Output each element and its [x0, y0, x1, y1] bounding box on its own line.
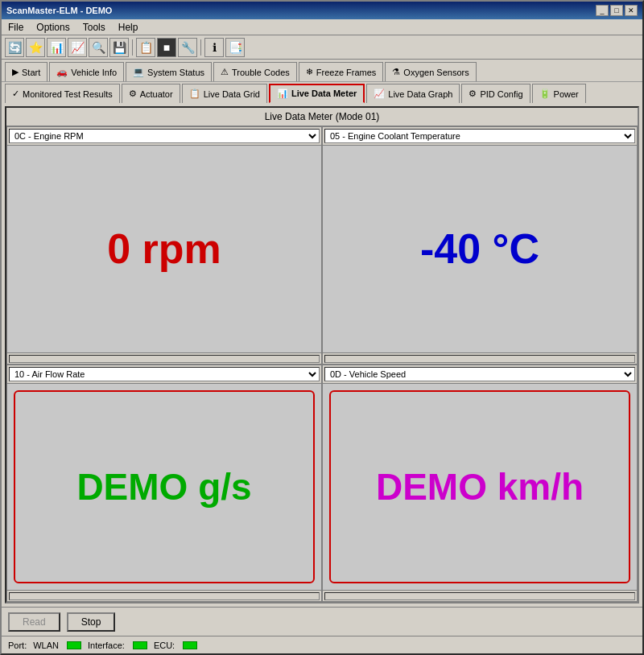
port-led: [67, 641, 81, 649]
tab-row-2: ✓ Monitored Test Results ⚙ Actuator 📋 Li…: [2, 81, 642, 103]
read-button[interactable]: Read: [8, 612, 60, 632]
meter-cell-4: 0D - Vehicle Speed DEMO km/h: [322, 365, 638, 603]
tab-system-status[interactable]: 💻 System Status: [126, 62, 212, 81]
tab-power-label: Power: [554, 89, 579, 99]
tab-freeze-frames-label: Freeze Frames: [316, 68, 377, 77]
toolbar-btn-6[interactable]: 💾: [109, 38, 129, 57]
oxygen-icon: ⚗: [392, 67, 400, 77]
window-title: ScanMaster-ELM - DEMO: [6, 6, 112, 15]
tab-freeze-frames[interactable]: ❄ Freeze Frames: [299, 62, 384, 81]
content-area: Live Data Meter (Mode 01) 0C - Engine RP…: [5, 106, 639, 604]
meter-1-value-area: 0 rpm: [7, 146, 321, 352]
stop-button[interactable]: Stop: [67, 612, 116, 632]
tab-start-label: Start: [22, 68, 40, 77]
tab-system-status-label: System Status: [147, 68, 204, 77]
toolbar-btn-10[interactable]: ℹ: [204, 38, 224, 57]
ecu-label: ECU:: [154, 641, 175, 650]
meter-2-value-area: -40 °C: [323, 146, 637, 352]
meter-3-select[interactable]: 10 - Air Flow Rate: [9, 367, 320, 381]
tab-start[interactable]: ▶ Start: [5, 62, 47, 81]
toolbar-btn-8[interactable]: ■: [157, 38, 176, 57]
meter-3-value: DEMO g/s: [76, 465, 251, 509]
tab-oxygen-sensors-label: Oxygen Sensors: [403, 68, 469, 77]
meter-4-value: DEMO km/h: [376, 465, 584, 509]
tab-vehicle-info-label: Vehicle Info: [71, 68, 117, 77]
toolbar-btn-3[interactable]: 📊: [47, 38, 66, 57]
menu-bar: File Options Tools Help: [2, 19, 642, 35]
pid-icon: ⚙: [469, 89, 477, 99]
meter-3-progress: [7, 590, 321, 601]
window-controls: _ □ ✕: [596, 5, 638, 16]
tab-live-data-grid-label: Live Data Grid: [204, 89, 260, 99]
tab-trouble-codes-label: Trouble Codes: [232, 68, 290, 77]
toolbar-btn-4[interactable]: 📈: [68, 38, 87, 57]
meter-1-value: 0 rpm: [107, 225, 221, 273]
menu-options[interactable]: Options: [33, 21, 72, 34]
meter-grid: 0C - Engine RPM 0 rpm 05 - Engine Coolan…: [6, 126, 638, 602]
grid-icon: 📋: [189, 89, 200, 99]
meter-cell-3: 10 - Air Flow Rate DEMO g/s: [6, 365, 322, 603]
freeze-icon: ❄: [306, 67, 313, 77]
meter-4-value-area: DEMO km/h: [323, 384, 637, 591]
title-bar: ScanMaster-ELM - DEMO _ □ ✕: [2, 2, 642, 19]
toolbar-btn-5[interactable]: 🔍: [89, 38, 108, 57]
tab-power[interactable]: 🔋 Power: [532, 84, 586, 103]
vehicle-icon: 🚗: [56, 67, 68, 77]
meter-3-dropdown-row: 10 - Air Flow Rate: [7, 365, 321, 384]
app-window: ScanMaster-ELM - DEMO _ □ ✕ File Options…: [0, 0, 644, 655]
meter-1-dropdown-row: 0C - Engine RPM: [7, 127, 321, 146]
toolbar-btn-2[interactable]: ⭐: [26, 38, 45, 57]
menu-help[interactable]: Help: [115, 21, 142, 34]
bottom-bar: Read Stop: [2, 607, 642, 636]
power-icon: 🔋: [539, 89, 551, 99]
meter-2-progress: [323, 352, 637, 364]
toolbar-separator-2: [200, 39, 201, 56]
meter-cell-2: 05 - Engine Coolant Temperature -40 °C: [322, 126, 638, 365]
warning-icon: ⚠: [221, 67, 229, 77]
tab-vehicle-info[interactable]: 🚗 Vehicle Info: [49, 62, 124, 81]
tab-live-data-graph[interactable]: 📈 Live Data Graph: [366, 84, 460, 103]
meter-2-progress-bar: [324, 355, 635, 363]
start-icon: ▶: [12, 67, 19, 77]
interface-label: Interface:: [88, 641, 125, 650]
tab-oxygen-sensors[interactable]: ⚗ Oxygen Sensors: [385, 62, 476, 81]
menu-file[interactable]: File: [5, 21, 27, 34]
tab-actuator[interactable]: ⚙ Actuator: [122, 84, 180, 103]
tab-monitored-test[interactable]: ✓ Monitored Test Results: [5, 84, 120, 103]
status-bar: Port: WLAN Interface: ECU:: [2, 636, 642, 653]
actuator-icon: ⚙: [129, 89, 137, 99]
tab-pid-config[interactable]: ⚙ PID Config: [461, 84, 530, 103]
interface-led: [133, 641, 147, 649]
meter-4-progress: [323, 590, 637, 601]
tab-actuator-label: Actuator: [140, 89, 173, 99]
port-label: Port:: [8, 641, 27, 650]
meter-2-dropdown-row: 05 - Engine Coolant Temperature: [323, 127, 637, 146]
tab-pid-config-label: PID Config: [480, 89, 522, 99]
tab-live-data-graph-label: Live Data Graph: [388, 89, 452, 99]
toolbar-btn-11[interactable]: 📑: [225, 38, 245, 57]
meter-4-select[interactable]: 0D - Vehicle Speed: [324, 367, 635, 381]
section-title: Live Data Meter (Mode 01): [6, 108, 638, 126]
toolbar-separator-1: [132, 39, 133, 56]
tab-trouble-codes[interactable]: ⚠ Trouble Codes: [213, 62, 297, 81]
menu-tools[interactable]: Tools: [80, 21, 109, 34]
toolbar: 🔄 ⭐ 📊 📈 🔍 💾 📋 ■ 🔧 ℹ 📑: [2, 35, 642, 60]
meter-1-progress: [7, 352, 321, 364]
graph-icon: 📈: [374, 89, 385, 99]
tab-monitored-test-label: Monitored Test Results: [23, 89, 113, 99]
toolbar-btn-9[interactable]: 🔧: [178, 38, 197, 57]
toolbar-btn-7[interactable]: 📋: [136, 38, 155, 57]
meter-1-select[interactable]: 0C - Engine RPM: [9, 129, 320, 143]
maximize-button[interactable]: □: [610, 5, 623, 16]
toolbar-btn-1[interactable]: 🔄: [5, 38, 24, 57]
meter-4-dropdown-row: 0D - Vehicle Speed: [323, 365, 637, 384]
meter-cell-1: 0C - Engine RPM 0 rpm: [6, 126, 322, 365]
meter-2-select[interactable]: 05 - Engine Coolant Temperature: [324, 129, 635, 143]
ecu-led: [183, 641, 197, 649]
close-button[interactable]: ✕: [625, 5, 638, 16]
tab-live-data-grid[interactable]: 📋 Live Data Grid: [182, 84, 267, 103]
tab-live-data-meter-label: Live Data Meter: [291, 89, 357, 98]
minimize-button[interactable]: _: [596, 5, 609, 16]
tab-live-data-meter[interactable]: 📊 Live Data Meter: [269, 84, 365, 103]
meter-3-value-area: DEMO g/s: [7, 384, 321, 591]
